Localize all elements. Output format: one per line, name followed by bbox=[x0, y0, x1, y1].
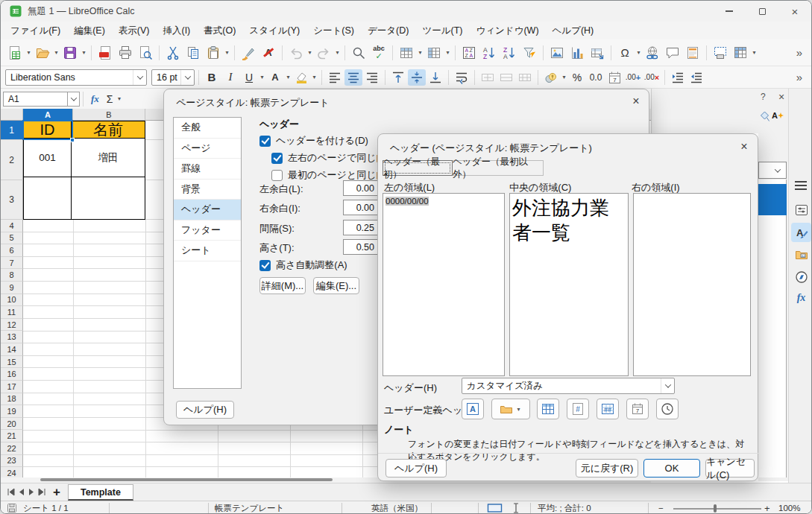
select-sum-icon[interactable]: Σ bbox=[104, 93, 116, 105]
autofilter-icon[interactable] bbox=[520, 43, 539, 63]
insert-chart-icon[interactable] bbox=[567, 43, 587, 63]
cell-b2[interactable]: 増田 bbox=[72, 139, 145, 177]
insert-row-dropdown[interactable]: ▾ bbox=[417, 49, 424, 56]
tab-footer[interactable]: フッター bbox=[174, 220, 241, 241]
redo-icon[interactable] bbox=[314, 43, 333, 63]
font-size-dropdown[interactable] bbox=[180, 70, 194, 85]
menu-format[interactable]: 書式(O) bbox=[197, 22, 242, 39]
print-icon[interactable] bbox=[116, 43, 135, 63]
name-box-dropdown[interactable] bbox=[67, 92, 80, 107]
row-header[interactable]: 18 bbox=[1, 393, 23, 406]
font-name-combo[interactable]: Liberation Sans bbox=[5, 69, 147, 86]
tab-general[interactable]: 全般 bbox=[174, 118, 241, 139]
cell-a3[interactable] bbox=[24, 177, 72, 219]
row-header[interactable]: 9 bbox=[1, 282, 23, 294]
undo-dropdown[interactable]: ▾ bbox=[306, 49, 313, 56]
left-area-content[interactable]: 0000/00/00 bbox=[385, 197, 429, 206]
save-dropdown[interactable]: ▾ bbox=[81, 49, 87, 56]
select-all-corner[interactable] bbox=[1, 109, 23, 121]
hyperlink-icon[interactable] bbox=[643, 43, 662, 63]
spelling-icon[interactable]: abc ✓ bbox=[369, 43, 388, 63]
selection-stats[interactable]: 平均: ; 合計: 0 bbox=[538, 501, 591, 514]
reset-button[interactable]: 元に戻す(R) bbox=[576, 459, 638, 477]
headers-footers-icon[interactable] bbox=[683, 43, 702, 63]
tab-borders[interactable]: 罫線 bbox=[174, 159, 241, 180]
header-help-button[interactable]: ヘルプ(H) bbox=[385, 459, 447, 477]
wrap-text-icon[interactable] bbox=[453, 69, 470, 86]
menu-styles[interactable]: スタイル(Y) bbox=[242, 22, 306, 39]
add-decimal-icon[interactable]: .00+ bbox=[624, 69, 642, 86]
fill-format-mode-icon[interactable] bbox=[759, 111, 770, 123]
tab-header-first[interactable]: ヘッダー（最初） bbox=[383, 160, 453, 176]
paste-icon[interactable] bbox=[204, 43, 223, 63]
open-dropdown[interactable]: ▾ bbox=[53, 49, 60, 56]
sidebar-styles-icon[interactable]: A bbox=[791, 223, 811, 242]
underline-dropdown[interactable]: ▾ bbox=[259, 74, 265, 80]
edit-button[interactable]: 編集(E)... bbox=[313, 277, 359, 294]
font-name-dropdown[interactable] bbox=[133, 70, 146, 85]
format-currency-dropdown[interactable]: ▾ bbox=[561, 74, 567, 80]
freeze-panes-icon[interactable] bbox=[731, 43, 750, 63]
menu-edit[interactable]: 編集(E) bbox=[67, 22, 112, 39]
cell-a1[interactable]: ID bbox=[24, 121, 72, 139]
find-replace-icon[interactable] bbox=[349, 43, 368, 63]
insert-comment-icon[interactable] bbox=[663, 43, 682, 63]
styles-list[interactable] bbox=[758, 180, 787, 477]
tab-sheet[interactable]: シート bbox=[174, 241, 241, 261]
row-header[interactable]: 14 bbox=[1, 343, 23, 356]
spacing-field[interactable]: 0.25 bbox=[343, 220, 378, 235]
right-margin-field[interactable]: 0.00 bbox=[343, 200, 378, 215]
menu-tools[interactable]: ツール(T) bbox=[415, 22, 469, 39]
row-header[interactable]: 21 bbox=[1, 430, 23, 442]
zoom-slider-thumb[interactable] bbox=[714, 504, 717, 513]
insert-page-number-button[interactable]: # bbox=[567, 399, 589, 419]
row-header[interactable]: 16 bbox=[1, 368, 23, 381]
cell-selection-handle[interactable] bbox=[70, 138, 75, 142]
special-character-icon[interactable]: Ω bbox=[615, 43, 635, 63]
zoom-slider-track[interactable] bbox=[673, 508, 761, 510]
row-header[interactable]: 5 bbox=[1, 232, 23, 245]
cell-a2[interactable]: 001 bbox=[24, 139, 72, 177]
row-header[interactable]: 8 bbox=[1, 269, 23, 282]
merge-and-center-icon[interactable] bbox=[479, 69, 497, 86]
previous-sheet-button[interactable] bbox=[16, 486, 26, 499]
menu-file[interactable]: ファイル(F) bbox=[4, 22, 67, 39]
selection-mode-icon[interactable] bbox=[487, 501, 503, 514]
same-content-checkbox[interactable] bbox=[271, 153, 283, 164]
menu-data[interactable]: データ(D) bbox=[361, 22, 415, 39]
header-select-combo[interactable]: カスタマイズ済み bbox=[462, 378, 675, 394]
menu-window[interactable]: ウィンドウ(W) bbox=[469, 22, 545, 39]
open-icon[interactable] bbox=[33, 43, 52, 63]
sheet-tab-template[interactable]: Template bbox=[68, 484, 133, 501]
first-sheet-button[interactable] bbox=[5, 486, 16, 499]
insert-title-button[interactable]: ▾ bbox=[491, 399, 530, 419]
copy-icon[interactable] bbox=[183, 43, 203, 63]
sidebar-properties-icon[interactable] bbox=[791, 200, 811, 220]
next-sheet-button[interactable] bbox=[26, 486, 37, 499]
row-header[interactable]: 15 bbox=[1, 356, 23, 369]
clear-formatting-icon[interactable]: A bbox=[259, 43, 278, 63]
bold-button[interactable]: B bbox=[203, 69, 221, 86]
align-right-icon[interactable] bbox=[363, 69, 381, 86]
export-pdf-icon[interactable] bbox=[95, 43, 115, 63]
tab-header[interactable]: ヘッダー bbox=[174, 200, 241, 220]
column-header-b[interactable]: B bbox=[73, 109, 145, 121]
header-on-checkbox[interactable] bbox=[259, 136, 271, 147]
header-dialog-close[interactable]: × bbox=[736, 139, 752, 154]
cell-b1[interactable]: 名前 bbox=[72, 121, 145, 139]
row-header[interactable]: 6 bbox=[1, 244, 23, 257]
align-center-icon[interactable] bbox=[344, 69, 362, 86]
language-status[interactable]: 英語（米国） bbox=[371, 501, 423, 514]
maximize-button[interactable] bbox=[746, 1, 778, 22]
toolbar-overflow-button[interactable]: » bbox=[796, 71, 807, 83]
row-header-2[interactable]: 2 bbox=[1, 140, 23, 180]
menu-view[interactable]: 表示(V) bbox=[112, 22, 157, 39]
menu-sheet[interactable]: シート(S) bbox=[306, 22, 361, 39]
insert-page-count-button[interactable]: ## bbox=[597, 399, 619, 419]
column-header-a[interactable]: A bbox=[23, 109, 73, 121]
name-box[interactable]: A1 bbox=[3, 92, 67, 107]
left-area-textbox[interactable]: 0000/00/00 bbox=[383, 193, 505, 376]
row-header[interactable]: 11 bbox=[1, 306, 23, 319]
header-select-dropdown[interactable] bbox=[661, 378, 674, 393]
center-vertically-icon[interactable] bbox=[408, 69, 426, 86]
